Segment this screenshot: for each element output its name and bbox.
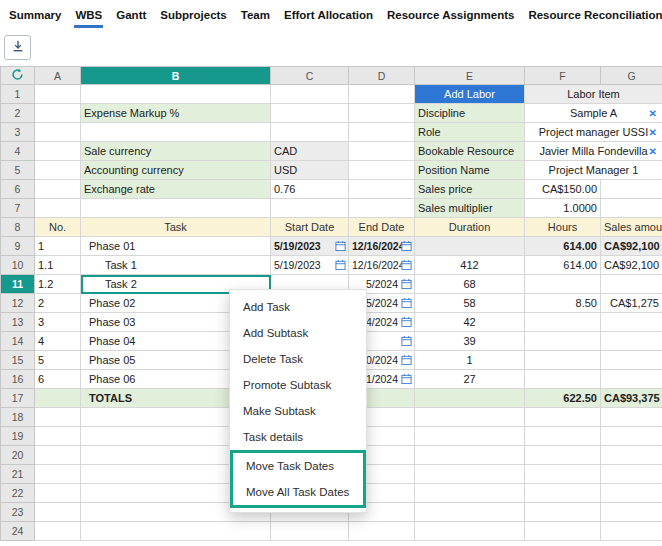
cell-A1[interactable] (35, 85, 81, 104)
clear-icon[interactable]: ✕ (649, 108, 657, 119)
cell-A23[interactable] (35, 503, 81, 522)
cell-F5[interactable]: Project Manager 1 (525, 161, 662, 180)
cell-D5[interactable] (349, 161, 415, 180)
cell-A3[interactable] (35, 123, 81, 142)
column-header-B[interactable]: B (81, 67, 271, 85)
cell-E21[interactable] (415, 465, 525, 484)
column-header-A[interactable]: A (35, 67, 81, 85)
tab-wbs[interactable]: WBS (74, 2, 103, 28)
cell-F12[interactable]: 8.50 (525, 294, 601, 313)
cell-A5[interactable] (35, 161, 81, 180)
cell-B3[interactable] (81, 123, 271, 142)
cell-G14[interactable] (601, 332, 662, 351)
cell-E11[interactable]: 68 (415, 275, 525, 294)
cell-C5[interactable]: USD (271, 161, 349, 180)
row-header-13[interactable]: 13 (1, 313, 35, 332)
tab-gantt[interactable]: Gantt (115, 2, 147, 28)
cell-D7[interactable] (349, 199, 415, 218)
row-header-21[interactable]: 21 (1, 465, 35, 484)
cell-E6[interactable]: Sales price (415, 180, 525, 199)
row-header-9[interactable]: 9 (1, 237, 35, 256)
row-header-22[interactable]: 22 (1, 484, 35, 503)
cell-E8[interactable]: Duration (415, 218, 525, 237)
cell-B5[interactable]: Accounting currency (81, 161, 271, 180)
cell-C4[interactable]: CAD (271, 142, 349, 161)
cell-D4[interactable] (349, 142, 415, 161)
cell-F18[interactable] (525, 408, 601, 427)
calendar-icon[interactable] (401, 336, 412, 347)
row-header-20[interactable]: 20 (1, 446, 35, 465)
cell-F2[interactable]: Sample A✕ (525, 104, 662, 123)
cell-C10[interactable]: 5/19/2023 (271, 256, 349, 275)
refresh-icon[interactable] (1, 67, 35, 85)
row-header-2[interactable]: 2 (1, 104, 35, 123)
cell-A8[interactable]: No. (35, 218, 81, 237)
cell-B4[interactable]: Sale currency (81, 142, 271, 161)
add-labor-button[interactable]: Add Labor (415, 85, 525, 104)
column-header-F[interactable]: F (525, 67, 601, 85)
cell-A4[interactable] (35, 142, 81, 161)
cell-A24[interactable] (35, 522, 81, 541)
cell-E20[interactable] (415, 446, 525, 465)
cell-F15[interactable] (525, 351, 601, 370)
cell-G9[interactable]: CA$92,100 (601, 237, 662, 256)
row-header-14[interactable]: 14 (1, 332, 35, 351)
cell-F9[interactable]: 614.00 (525, 237, 601, 256)
cell-D1[interactable] (349, 85, 415, 104)
calendar-icon[interactable] (401, 355, 412, 366)
cell-A2[interactable] (35, 104, 81, 123)
cell-B8[interactable]: Task (81, 218, 271, 237)
cell-A17[interactable] (35, 389, 81, 408)
menu-item-add-subtask[interactable]: Add Subtask (230, 320, 366, 346)
cell-E5[interactable]: Position Name (415, 161, 525, 180)
cell-B10[interactable]: Task 1 (81, 256, 271, 275)
tab-effort-allocation[interactable]: Effort Allocation (283, 2, 374, 28)
cell-G7[interactable] (601, 199, 662, 218)
cell-E10[interactable]: 412 (415, 256, 525, 275)
column-header-C[interactable]: C (271, 67, 349, 85)
cell-A16[interactable]: 6 (35, 370, 81, 389)
menu-item-move-task-dates[interactable]: Move Task Dates (233, 453, 363, 479)
cell-A7[interactable] (35, 199, 81, 218)
cell-E4[interactable]: Bookable Resource (415, 142, 525, 161)
row-header-17[interactable]: 17 (1, 389, 35, 408)
cell-E7[interactable]: Sales multiplier (415, 199, 525, 218)
cell-A21[interactable] (35, 465, 81, 484)
calendar-icon[interactable] (401, 279, 412, 290)
tab-subprojects[interactable]: Subprojects (159, 2, 227, 28)
cell-F4[interactable]: Javier Milla Fondevilla✕ (525, 142, 662, 161)
column-header-G[interactable]: G (601, 67, 662, 85)
calendar-icon[interactable] (401, 374, 412, 385)
cell-B7[interactable] (81, 199, 271, 218)
cell-F20[interactable] (525, 446, 601, 465)
cell-A20[interactable] (35, 446, 81, 465)
cell-A12[interactable]: 2 (35, 294, 81, 313)
cell-E12[interactable]: 58 (415, 294, 525, 313)
menu-item-delete-task[interactable]: Delete Task (230, 346, 366, 372)
cell-F21[interactable] (525, 465, 601, 484)
cell-G18[interactable] (601, 408, 662, 427)
tab-summary[interactable]: Summary (8, 2, 62, 28)
calendar-icon[interactable] (401, 260, 412, 271)
cell-C6[interactable]: 0.76 (271, 180, 349, 199)
menu-item-add-task[interactable]: Add Task (230, 294, 366, 320)
cell-B6[interactable]: Exchange rate (81, 180, 271, 199)
cell-D6[interactable] (349, 180, 415, 199)
cell-B2[interactable]: Expense Markup % (81, 104, 271, 123)
cell-C9[interactable]: 5/19/2023 (271, 237, 349, 256)
cell-E24[interactable] (415, 522, 525, 541)
cell-B1[interactable] (81, 85, 271, 104)
row-header-24[interactable]: 24 (1, 522, 35, 541)
column-header-E[interactable]: E (415, 67, 525, 85)
calendar-icon[interactable] (401, 241, 412, 252)
cell-C2[interactable] (271, 104, 349, 123)
row-header-1[interactable]: 1 (1, 85, 35, 104)
cell-A14[interactable]: 4 (35, 332, 81, 351)
cell-D9[interactable]: 12/16/2024 (349, 237, 415, 256)
row-header-10[interactable]: 10 (1, 256, 35, 275)
cell-F1[interactable]: Labor Item (525, 85, 662, 104)
cell-G8[interactable]: Sales amount (601, 218, 662, 237)
cell-F19[interactable] (525, 427, 601, 446)
cell-E23[interactable] (415, 503, 525, 522)
cell-G23[interactable] (601, 503, 662, 522)
